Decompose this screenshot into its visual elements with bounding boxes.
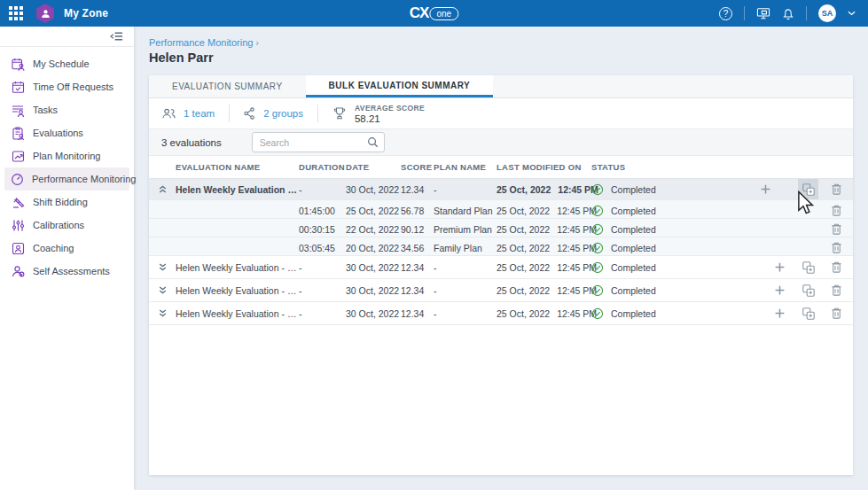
notifications-bell-icon[interactable]: [782, 7, 794, 20]
divider: [229, 105, 230, 122]
trash-icon[interactable]: [826, 219, 847, 239]
copy-icon[interactable]: [798, 179, 818, 199]
my-zone-app-icon[interactable]: [35, 4, 55, 23]
expander-down-icon[interactable]: [149, 262, 176, 272]
trash-icon[interactable]: [826, 303, 847, 323]
calibrations-icon: [11, 219, 25, 232]
evaluation-name: Helen Weekly Evaluation - June 20: [176, 308, 299, 319]
sidebar-item-label: Performance Monitoring: [32, 174, 136, 184]
evaluations-icon: [11, 127, 25, 140]
team-link[interactable]: 1 team: [161, 107, 215, 120]
user-avatar[interactable]: SA: [818, 4, 836, 22]
sidebar-item-evaluations[interactable]: Evaluations: [4, 121, 129, 144]
sidebar-item-calibrations[interactable]: Calibrations: [4, 214, 129, 237]
stats-row: 1 team 2 groups AVERAGE SCORE 58.21: [149, 98, 853, 128]
divider: [317, 105, 318, 122]
page-title: Helen Parr: [149, 51, 853, 65]
copy-icon[interactable]: [798, 257, 818, 277]
user-menu-chevron-icon[interactable]: [848, 9, 856, 18]
score-value: 12.34: [401, 262, 434, 273]
plus-icon[interactable]: [770, 257, 790, 277]
row-actions: [826, 219, 853, 239]
trash-icon[interactable]: [826, 257, 847, 277]
status-cell: Completed: [591, 183, 755, 196]
evaluation-name: Helen Weekly Evaluation - June 20: [176, 262, 299, 273]
tab-bulk-evaluation-summary[interactable]: BULK EVALUATION SUMMARY: [306, 75, 494, 97]
plus-icon[interactable]: [770, 303, 790, 323]
score-value: 12.34: [401, 184, 434, 195]
sidebar-item-performance-monitoring[interactable]: Performance Monitoring: [4, 167, 129, 191]
help-icon[interactable]: ?: [719, 7, 732, 20]
expander-up-icon[interactable]: [149, 184, 176, 194]
score-value: 12.34: [401, 285, 434, 296]
evaluations-count: 3 evaluations: [161, 137, 222, 148]
table-row[interactable]: Helen Weekly Evaluation - June 20-30 Oct…: [149, 302, 853, 325]
search-box[interactable]: [252, 132, 385, 152]
sidebar-item-plan-monitoring[interactable]: Plan Monitoring: [4, 144, 129, 167]
tab-bar: EVALUATION SUMMARY BULK EVALUATION SUMMA…: [149, 75, 853, 98]
plus-icon[interactable]: [770, 280, 790, 300]
table-header: EVALUATION NAME DURATION DATE SCORE PLAN…: [149, 156, 853, 179]
expander-down-icon[interactable]: [149, 308, 176, 318]
breadcrumb-link[interactable]: Performance Monitoring: [149, 37, 253, 48]
copy-icon[interactable]: [798, 303, 818, 323]
last-modified-value: 25 Oct, 202212:45 PM: [497, 308, 591, 319]
plan-name-value: -: [434, 285, 497, 296]
person-icon: [40, 8, 51, 19]
table-row[interactable]: 03:05:4520 Oct, 202234.56Family Plan25 O…: [149, 237, 853, 256]
trash-icon[interactable]: [826, 200, 847, 221]
table-row[interactable]: 00:30:1522 Oct, 202290.12Premium Plan25 …: [149, 219, 853, 237]
table-body: Helen Weekly Evaluation - June...-30 Oct…: [149, 179, 853, 325]
modified-date: 25 Oct, 2022: [497, 262, 550, 273]
duration-value: -: [299, 308, 346, 319]
plan-name-value: Standard Plan: [434, 206, 497, 216]
completed-check-icon: [591, 284, 604, 297]
status-cell: Completed: [591, 223, 826, 236]
date-value: 30 Oct, 2022: [346, 262, 401, 273]
breadcrumb[interactable]: Performance Monitoring›: [149, 37, 853, 48]
plus-icon[interactable]: [755, 179, 776, 199]
copy-icon[interactable]: [798, 280, 818, 300]
date-value: 30 Oct, 2022: [346, 184, 401, 195]
tab-evaluation-summary[interactable]: EVALUATION SUMMARY: [149, 75, 306, 97]
app-launcher-icon[interactable]: [9, 6, 23, 20]
collapse-sidebar-icon[interactable]: [110, 31, 123, 42]
trash-icon[interactable]: [826, 237, 847, 258]
table-row[interactable]: Helen Weekly Evaluation - June...-30 Oct…: [149, 179, 853, 200]
completed-check-icon: [591, 223, 604, 236]
divider: [806, 6, 807, 20]
column-header-evaluation-name: EVALUATION NAME: [176, 162, 299, 172]
team-icon: [161, 107, 176, 120]
sidebar-item-time-off[interactable]: Time Off Requests: [4, 75, 129, 98]
performance-monitoring-icon: [11, 173, 24, 186]
sidebar-item-schedule[interactable]: My Schedule: [4, 52, 129, 75]
last-modified-value: 25 Oct, 202212:45 PM: [497, 285, 591, 296]
main-content: Performance Monitoring› Helen Parr EVALU…: [135, 27, 868, 490]
status-label: Completed: [611, 243, 656, 253]
search-input[interactable]: [260, 137, 367, 148]
status-cell: Completed: [591, 205, 826, 217]
groups-link[interactable]: 2 groups: [244, 107, 303, 120]
sidebar-item-shift-bidding[interactable]: Shift Bidding: [4, 191, 129, 214]
trash-icon[interactable]: [826, 280, 847, 300]
trophy-icon: [332, 106, 347, 121]
modified-date: 25 Oct, 2022: [497, 285, 550, 296]
trash-icon[interactable]: [826, 179, 847, 199]
sidebar-item-coaching[interactable]: Coaching: [4, 237, 129, 260]
expander-down-icon[interactable]: [149, 285, 176, 295]
screen-share-icon[interactable]: [756, 7, 770, 19]
table-row[interactable]: 01:45:0025 Oct, 202256.78Standard Plan25…: [149, 200, 853, 219]
date-value: 30 Oct, 2022: [346, 308, 401, 319]
table-row[interactable]: Helen Weekly Evaluation - June 20-30 Oct…: [149, 279, 853, 302]
sidebar-item-self-assessments[interactable]: Self Assessments: [4, 260, 129, 283]
table-row[interactable]: Helen Weekly Evaluation - June 20-30 Oct…: [149, 256, 853, 279]
duration-value: 00:30:15: [299, 224, 346, 235]
status-cell: Completed: [591, 284, 770, 297]
sidebar-item-label: Coaching: [33, 243, 74, 253]
date-value: 30 Oct, 2022: [346, 285, 401, 296]
modified-date: 25 Oct, 2022: [497, 308, 550, 319]
status-label: Completed: [611, 224, 656, 235]
sidebar-item-tasks[interactable]: Tasks: [4, 98, 129, 121]
duration-value: -: [299, 285, 346, 296]
breadcrumb-chevron-icon: ›: [255, 38, 258, 48]
